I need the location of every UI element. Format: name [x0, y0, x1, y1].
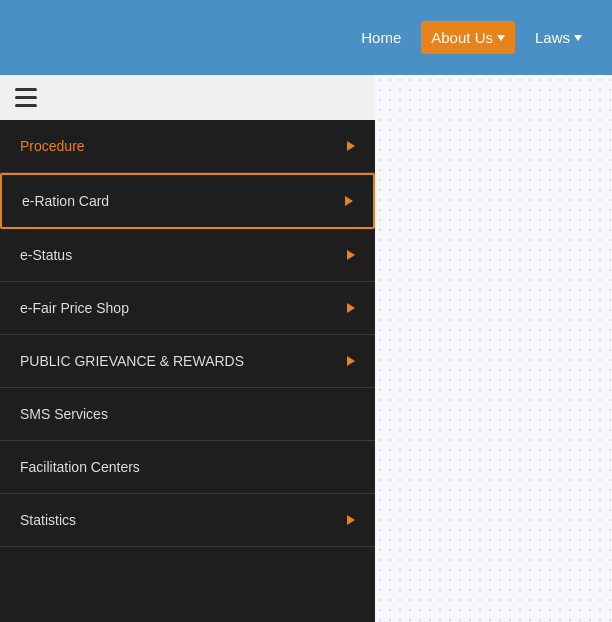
sidebar-item-procedure-label: Procedure [20, 138, 85, 154]
sidebar-item-sms-services-label: SMS Services [20, 406, 108, 422]
sidebar-item-public-grievance-label: PUBLIC GRIEVANCE & REWARDS [20, 353, 244, 369]
e-ration-card-arrow-icon [345, 196, 353, 206]
header: Home About Us Laws [0, 0, 612, 75]
sidebar-item-procedure[interactable]: Procedure [0, 120, 375, 173]
nav-laws[interactable]: Laws [525, 21, 592, 54]
main-content: Procedure e-Ration Card e-Status e-Fair … [0, 75, 612, 622]
sidebar-item-statistics-label: Statistics [20, 512, 76, 528]
hamburger-icon[interactable] [15, 88, 37, 107]
sidebar-item-facilitation-centers-label: Facilitation Centers [20, 459, 140, 475]
world-map-background [375, 75, 612, 622]
hamburger-line-3 [15, 104, 37, 107]
nav-laws-label: Laws [535, 29, 570, 46]
statistics-arrow-icon [347, 515, 355, 525]
nav-home-label: Home [361, 29, 401, 46]
nav-about-us[interactable]: About Us [421, 21, 515, 54]
hamburger-bar[interactable] [0, 75, 375, 120]
about-us-chevron-icon [497, 35, 505, 41]
sidebar-item-e-status[interactable]: e-Status [0, 229, 375, 282]
sidebar-item-facilitation-centers[interactable]: Facilitation Centers [0, 441, 375, 494]
procedure-arrow-icon [347, 141, 355, 151]
sidebar-item-statistics[interactable]: Statistics [0, 494, 375, 547]
public-grievance-arrow-icon [347, 356, 355, 366]
laws-chevron-icon [574, 35, 582, 41]
e-fair-price-shop-arrow-icon [347, 303, 355, 313]
e-status-arrow-icon [347, 250, 355, 260]
sidebar: Procedure e-Ration Card e-Status e-Fair … [0, 75, 375, 622]
sidebar-item-e-ration-card-label: e-Ration Card [22, 193, 109, 209]
sidebar-item-e-status-label: e-Status [20, 247, 72, 263]
nav-about-us-label: About Us [431, 29, 493, 46]
nav-home[interactable]: Home [351, 21, 411, 54]
sidebar-item-e-fair-price-shop-label: e-Fair Price Shop [20, 300, 129, 316]
sidebar-item-e-ration-card[interactable]: e-Ration Card [0, 173, 375, 229]
sidebar-item-e-fair-price-shop[interactable]: e-Fair Price Shop [0, 282, 375, 335]
right-content-area [375, 75, 612, 622]
hamburger-line-1 [15, 88, 37, 91]
sidebar-item-sms-services[interactable]: SMS Services [0, 388, 375, 441]
sidebar-item-public-grievance[interactable]: PUBLIC GRIEVANCE & REWARDS [0, 335, 375, 388]
hamburger-line-2 [15, 96, 37, 99]
